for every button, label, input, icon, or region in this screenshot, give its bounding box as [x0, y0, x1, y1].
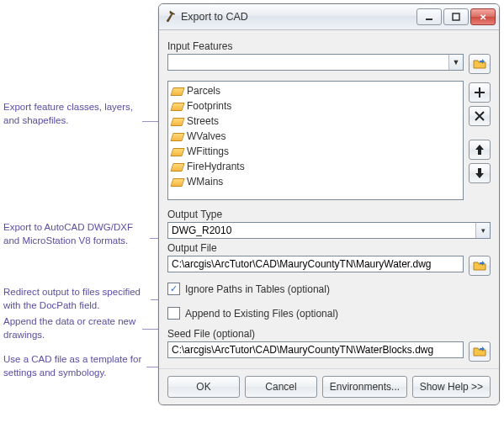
input-features-label: Input Features [167, 40, 491, 52]
callout-features: Export feature classes, layers, and shap… [3, 101, 142, 127]
dialog-content: Input Features ▼ ParcelsFootprintsStreet… [159, 30, 499, 368]
output-type-value[interactable] [168, 223, 475, 238]
list-item[interactable]: WFittings [172, 144, 459, 159]
feature-class-icon [172, 116, 183, 126]
callout-append: Append the data or create new drawings. [3, 315, 142, 341]
ignore-paths-checkbox[interactable]: ✓ Ignore Paths in Tables (optional) [167, 283, 491, 295]
add-button[interactable] [469, 82, 491, 103]
feature-class-icon [172, 86, 183, 96]
browse-output-button[interactable] [469, 256, 491, 276]
list-item[interactable]: WMains [172, 174, 459, 189]
feature-list[interactable]: ParcelsFootprintsStreetsWValvesWFittings… [167, 81, 464, 200]
list-item-label: Parcels [187, 85, 220, 97]
callout-text: Export feature classes, layers, and shap… [3, 102, 133, 125]
callout-text: Redirect output to files specified with … [3, 287, 141, 310]
list-item-label: Streets [187, 115, 219, 127]
list-side-buttons [469, 81, 491, 183]
checkbox-icon: ✓ [167, 283, 180, 295]
list-item[interactable]: Streets [172, 114, 459, 129]
callout-docpath: Redirect output to files specified with … [3, 286, 155, 312]
minimize-button[interactable] [416, 8, 442, 25]
browse-seed-button[interactable] [469, 341, 491, 362]
window-buttons: ✕ [416, 8, 496, 25]
append-label: Append to Existing Files (optional) [185, 308, 338, 320]
seed-file-label: Seed File (optional) [167, 328, 491, 340]
list-item-label: FireHydrants [187, 161, 245, 172]
list-item[interactable]: Parcels [172, 83, 459, 98]
callout-text: Export to AutoCAD DWG/DXF and MicroStati… [3, 222, 133, 246]
environments-button[interactable]: Environments... [322, 376, 407, 398]
output-file-label: Output File [167, 242, 491, 254]
browse-input-button[interactable] [469, 54, 491, 74]
list-item-label: Footprints [187, 100, 231, 112]
feature-class-icon [172, 101, 183, 111]
feature-class-icon [172, 146, 183, 156]
list-item-label: WMains [187, 176, 223, 188]
titlebar: Export to CAD ✕ [159, 4, 499, 30]
app-icon [164, 10, 178, 24]
callout-text: Append the data or create new drawings. [3, 316, 135, 340]
callout-text: Use a CAD file as a template for setting… [3, 354, 141, 378]
maximize-button[interactable] [443, 8, 469, 25]
checkbox-icon [167, 307, 180, 320]
svg-rect-1 [453, 13, 459, 20]
input-features-combo[interactable]: ▼ [167, 54, 464, 71]
feature-class-icon [172, 131, 183, 141]
append-checkbox[interactable]: Append to Existing Files (optional) [167, 307, 491, 320]
feature-class-icon [172, 161, 183, 172]
list-item-label: WValves [187, 130, 225, 142]
seed-file-input[interactable] [167, 341, 464, 358]
list-item[interactable]: WValves [172, 129, 459, 144]
window-title: Export to CAD [181, 11, 416, 23]
svg-rect-0 [426, 18, 432, 20]
move-down-button[interactable] [469, 163, 491, 183]
cancel-button[interactable]: Cancel [245, 376, 317, 398]
close-button[interactable]: ✕ [470, 8, 496, 25]
ok-button[interactable]: OK [167, 376, 240, 398]
input-features-input[interactable] [168, 55, 448, 70]
ignore-paths-label: Ignore Paths in Tables (optional) [185, 283, 330, 295]
chevron-down-icon[interactable]: ▼ [448, 55, 463, 70]
output-file-input[interactable] [167, 256, 464, 272]
remove-button[interactable] [469, 106, 491, 126]
list-item[interactable]: Footprints [172, 98, 459, 114]
callout-formats: Export to AutoCAD DWG/DXF and MicroStati… [3, 221, 146, 247]
list-item[interactable]: FireHydrants [172, 159, 459, 174]
list-item-label: WFittings [187, 145, 229, 157]
callout-seed: Use a CAD file as a template for setting… [3, 353, 146, 379]
move-up-button[interactable] [469, 140, 491, 160]
output-type-label: Output Type [167, 209, 491, 220]
output-type-combo[interactable]: ▾ [167, 222, 491, 239]
export-to-cad-window: Export to CAD ✕ Input Features ▼ Parcels… [158, 3, 500, 405]
button-bar: OK Cancel Environments... Show Help >> [159, 368, 499, 404]
show-help-button[interactable]: Show Help >> [412, 376, 491, 398]
chevron-down-icon[interactable]: ▾ [475, 223, 490, 238]
feature-class-icon [172, 177, 183, 187]
